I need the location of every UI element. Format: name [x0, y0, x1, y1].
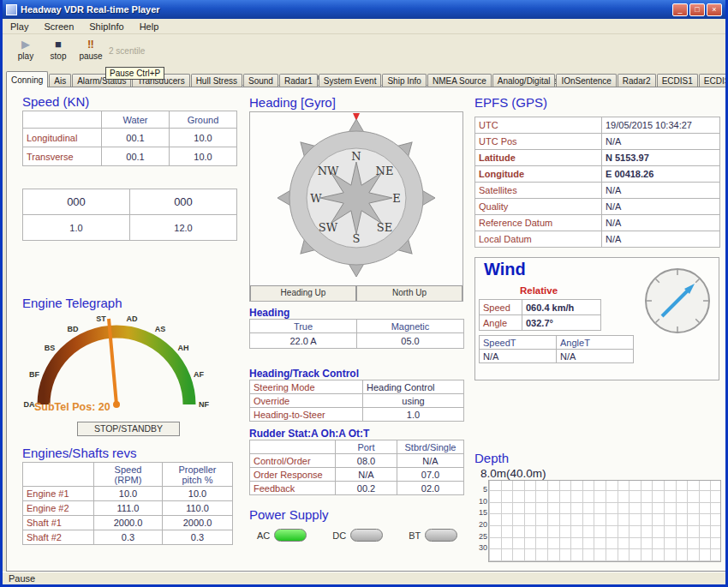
cell-value: N/A [557, 350, 634, 363]
table-row: Shaft #1 2000.0 2000.0 [23, 516, 233, 530]
close-button[interactable]: × [707, 3, 722, 16]
stop-standby-button[interactable]: STOP/STANDBY [77, 422, 180, 436]
corner-cell [250, 440, 336, 454]
table-row: Latitude N 5153.97 [475, 150, 720, 166]
cell-value: 02.0 [397, 482, 464, 495]
tab-nmea-source[interactable]: NMEA Source [427, 74, 492, 87]
row-label: Satellites [475, 183, 602, 199]
engines-shafts-table: Speed (RPM) Propeller pitch % Engine #1 … [22, 462, 233, 545]
row-label: Longitude [475, 166, 602, 183]
depth-title: Depth [474, 451, 509, 465]
wind-title: Wind [484, 260, 526, 279]
cell-value: N/A [480, 350, 557, 363]
tab-radar2[interactable]: Radar2 [618, 74, 656, 87]
heading-up-button[interactable]: Heading Up [250, 285, 356, 301]
row-label: Order Response [250, 468, 336, 482]
tab-ship-info[interactable]: Ship Info [382, 74, 426, 87]
row-label: Reference Datum [475, 215, 602, 231]
telegraph-scale-label: ST [96, 314, 106, 323]
cell-value: E 00418.26 [602, 166, 720, 183]
compass-point-label: E [392, 192, 401, 205]
table-row: Longitude E 00418.26 [475, 166, 720, 183]
minimize-button[interactable]: _ [672, 3, 688, 16]
table-row: N/A N/A [480, 350, 634, 363]
power-supply-leds: AC DC BT [257, 529, 483, 542]
epfs-table: UTC 19/05/2015 10:34:27 UTC Pos N/A Lati… [474, 117, 720, 248]
stop-label: stop [44, 51, 73, 61]
table-row: Transverse 00.1 10.0 [23, 147, 237, 166]
power-ac: AC [257, 529, 307, 542]
table-row: 22.0 A 05.0 [250, 333, 464, 349]
row-label: Feedback [250, 482, 336, 495]
table-row: Speed (RPM) Propeller pitch % [23, 463, 233, 487]
app-window: Headway VDR Real-time Player _ □ × Play … [0, 0, 728, 587]
tab-ionsentence[interactable]: IOnSentence [556, 74, 616, 87]
pause-button[interactable]: ‼ pause [76, 38, 105, 67]
play-label: play [11, 51, 40, 61]
compass-point-label: N [351, 150, 361, 163]
cell-value: 032.7° [522, 315, 601, 331]
table-row: Feedback 00.2 02.0 [250, 482, 464, 495]
tab-sound[interactable]: Sound [243, 74, 278, 87]
table-row: Satellites N/A [475, 183, 720, 199]
north-up-button[interactable]: North Up [356, 285, 462, 301]
status-text: Pause [9, 573, 35, 584]
cell-value: 0.3 [94, 530, 163, 545]
tab-hull-stress[interactable]: Hull Stress [191, 74, 242, 87]
pause-label: pause [76, 51, 105, 61]
rudder-title: Rudder Stat:A Oh:A Ot:T [249, 428, 369, 440]
row-label: Engine #1 [23, 487, 94, 501]
disabled-toolbar-label: 2 scentile [109, 46, 145, 56]
speed-table: Water Ground Longitudinal 00.1 10.0 Tran… [22, 111, 237, 166]
wind-table: Speed 060.4 km/h Angle 032.7° [479, 299, 601, 331]
tab-ecdis1[interactable]: ECDIS1 [657, 74, 698, 87]
cell-value: N 5153.97 [602, 150, 720, 166]
compass-point-label: W [310, 192, 322, 205]
cell-value: 05.0 [357, 333, 464, 349]
tab-ecdis2[interactable]: ECDIS2 [699, 74, 728, 87]
cell-value: 22.0 A [250, 333, 357, 349]
table-row: Engine #2 111.0 110.0 [23, 501, 233, 516]
heading-title: Heading [249, 307, 289, 319]
play-icon: ▶ [11, 38, 40, 51]
depth-scale-label: 20 [473, 520, 487, 532]
aux-table: 000 000 1.0 12.0 [22, 189, 237, 241]
col-header: Port [336, 440, 397, 454]
row-label: Heading-to-Steer [250, 408, 363, 422]
gyro-compass-frame: N NE E SE S SW W NW Heading Up North Up [249, 111, 463, 302]
menu-screen[interactable]: Screen [36, 20, 81, 33]
status-bar: Pause [3, 572, 725, 584]
cell-value: 08.0 [336, 454, 397, 468]
menu-help[interactable]: Help [132, 20, 167, 33]
menu-shipinfo[interactable]: ShipInfo [81, 20, 131, 33]
table-row: Order Response N/A 07.0 [250, 468, 464, 482]
tab-ais[interactable]: Ais [49, 74, 71, 87]
stop-button[interactable]: ■ stop [44, 38, 73, 67]
col-header: Speed (RPM) [94, 463, 163, 487]
telegraph-scale-label: BF [29, 370, 39, 379]
title-bar[interactable]: Headway VDR Real-time Player _ □ × [3, 0, 725, 19]
tab-radar1[interactable]: Radar1 [279, 74, 318, 87]
table-row: Steering Mode Heading Control [250, 380, 464, 394]
telegraph-scale-label: BS [45, 344, 56, 352]
cell-value: 000 [130, 189, 237, 215]
table-row: UTC 19/05/2015 10:34:27 [475, 117, 720, 134]
maximize-button[interactable]: □ [689, 3, 705, 16]
toolbar: ▶ play ■ stop ‼ pause 2 scentile Current… [3, 34, 725, 70]
play-button[interactable]: ▶ play [11, 38, 40, 67]
cell-value: 00.2 [336, 482, 397, 495]
depth-scale: 5 10 15 20 25 30 [473, 485, 487, 555]
cell-value: N/A [602, 183, 720, 199]
depth-scale-label: 10 [473, 497, 487, 509]
tab-conning[interactable]: Conning [6, 71, 48, 87]
row-label: UTC Pos [475, 134, 602, 150]
tab-analog-digital[interactable]: Analog/Digital [492, 74, 556, 87]
table-row: Reference Datum N/A [475, 215, 720, 231]
col-header: Ground [170, 111, 237, 129]
tab-system-event[interactable]: System Event [319, 74, 382, 87]
compass-point-label: NW [318, 165, 339, 177]
col-header: Propeller pitch % [163, 463, 233, 487]
dc-led-indicator [350, 529, 383, 542]
menu-play[interactable]: Play [3, 20, 36, 33]
wind-panel: Wind Relative Speed 060.4 km/h Angle 032… [474, 257, 719, 380]
